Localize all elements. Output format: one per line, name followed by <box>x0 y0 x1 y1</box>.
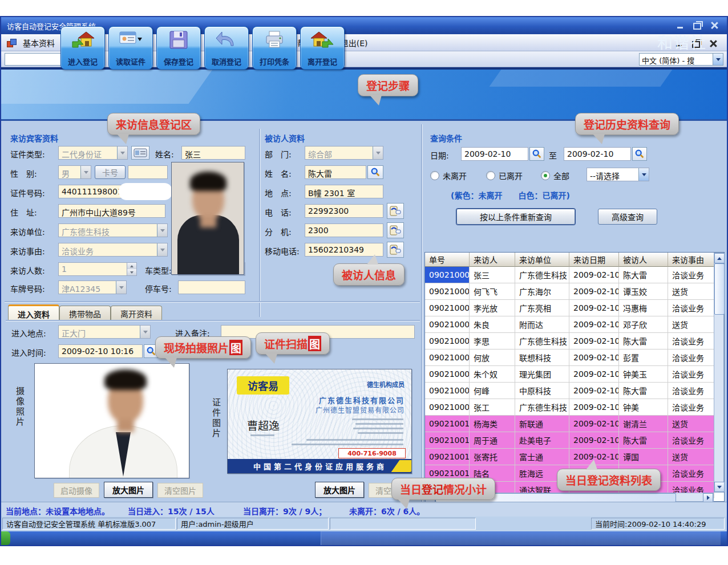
table-row[interactable]: 090210005李思广东德生科技2009-02-10陈大雷洽谈业务 <box>425 333 724 349</box>
entry-location-select[interactable]: 正大门 <box>58 325 151 339</box>
dial-phone-button[interactable] <box>387 203 404 219</box>
table-cell[interactable]: 090210008 <box>425 383 470 399</box>
parking-field[interactable] <box>178 281 245 294</box>
address-field[interactable]: 广州市中山大道89号 <box>58 204 165 218</box>
minimize-icon[interactable] <box>674 20 686 30</box>
table-cell[interactable]: 陈大雷 <box>619 383 668 399</box>
table-row[interactable]: 090210006何放联想科技2009-02-10彭置洽谈业务 <box>425 349 724 366</box>
radio-left[interactable]: 已离开 <box>486 170 523 181</box>
column-header-0[interactable]: 单号 <box>425 253 470 267</box>
table-row[interactable]: 090210003李光放广东亮相2009-02-10冯惠梅洽谈业务 <box>425 300 724 316</box>
table-cell[interactable]: 2009-02-10 <box>569 399 619 416</box>
table-cell[interactable]: 090210005 <box>425 333 470 349</box>
toolbar-button-enter-register[interactable]: 进入登记 <box>60 26 105 70</box>
table-cell[interactable]: 2009-02-10 <box>569 283 619 300</box>
table-cell[interactable]: 洽谈业务 <box>668 333 714 349</box>
column-header-3[interactable]: 来访日期 <box>569 253 619 267</box>
zoom-photo-button[interactable]: 放大图片 <box>104 482 153 498</box>
query-select-chevron-icon[interactable] <box>638 168 649 181</box>
dial-mobile-button[interactable] <box>387 242 404 258</box>
table-cell[interactable]: 广东德生科技 <box>515 399 569 416</box>
table-cell[interactable]: 赴美电子 <box>515 432 569 449</box>
table-cell[interactable]: 2009-02-10 <box>569 267 619 283</box>
table-cell[interactable]: 2009-02-10 <box>569 383 619 399</box>
visited-name-field[interactable]: 陈大雷 <box>305 165 366 179</box>
table-cell[interactable]: 送货 <box>668 449 714 465</box>
toolbar-button-leave-register[interactable]: 离开登记 <box>300 26 345 70</box>
table-row[interactable]: 090210012张寄托富士通2009-02-10谭国送货 <box>425 449 724 465</box>
tab-carried-items[interactable]: 携带物品 <box>59 306 111 320</box>
phone-field[interactable]: 22992300 <box>305 204 383 218</box>
table-row[interactable]: 090210010杨海类新联通2009-02-10谢清兰送货 <box>425 416 724 432</box>
table-row[interactable]: 090210011周于通赴美电子2009-02-10陈大雷洽谈业务 <box>425 432 724 449</box>
requery-button[interactable]: 按以上条件重新查询 <box>456 209 575 225</box>
table-cell[interactable]: 洽谈业务 <box>668 465 714 482</box>
advanced-query-button[interactable]: 高级查询 <box>598 209 657 225</box>
table-cell[interactable]: 2009-02-10 <box>569 349 619 366</box>
table-cell[interactable]: 090210012 <box>425 449 470 465</box>
table-cell[interactable]: 洽谈业务 <box>668 383 714 399</box>
entry-time-field[interactable]: 2009-02-10 10:16 <box>58 344 143 358</box>
table-cell[interactable]: 090210002 <box>425 283 470 300</box>
date-from-picker-button[interactable] <box>529 147 544 161</box>
card-number-field[interactable] <box>128 165 168 179</box>
visit-reason-select[interactable]: 洽谈业务 <box>58 243 168 257</box>
table-cell[interactable]: 杨海类 <box>470 416 515 432</box>
menu-item-0[interactable]: 基本资料 <box>23 39 55 48</box>
visitor-count-stepper[interactable]: 1 <box>58 262 137 276</box>
table-row[interactable]: 090210007朱个奴理光集团2009-02-10钟美玉洽谈业务 <box>425 366 724 383</box>
table-cell[interactable]: 090210004 <box>425 316 470 333</box>
card-number-button[interactable]: 卡号 <box>95 165 126 179</box>
toolbar-button-save-register[interactable]: 保存登记 <box>156 26 201 70</box>
table-cell[interactable]: 送货 <box>668 416 714 432</box>
language-chevron-down-icon[interactable] <box>713 54 723 65</box>
id-type-select[interactable]: 二代身份证 <box>58 146 128 160</box>
start-camera-button[interactable]: 启动摄像 <box>54 483 99 498</box>
scroll-down-icon[interactable] <box>714 482 725 492</box>
table-cell[interactable]: 何飞飞 <box>470 283 515 300</box>
table-cell[interactable]: 李思 <box>470 333 515 349</box>
table-cell[interactable]: 邓子欣 <box>619 316 668 333</box>
table-cell[interactable]: 彭置 <box>619 349 668 366</box>
visitor-name-field[interactable]: 张三 <box>181 146 245 160</box>
dept-select[interactable]: 综合部 <box>305 146 383 160</box>
column-header-5[interactable]: 来访事由 <box>668 253 714 267</box>
table-cell[interactable]: 洽谈业务 <box>668 349 714 366</box>
date-to-field[interactable]: 2009-02-10 <box>564 147 631 161</box>
scroll-up-icon[interactable] <box>714 253 725 263</box>
stepper-arrows-icon[interactable] <box>127 263 136 275</box>
table-row[interactable]: 090210009张工广东德生科技2009-02-10钟美洽谈业务 <box>425 399 724 416</box>
close-icon[interactable] <box>709 20 720 30</box>
mdi-close-icon[interactable] <box>707 38 719 48</box>
column-header-4[interactable]: 被访人 <box>619 253 668 267</box>
clear-photo-button[interactable]: 清空图片 <box>157 483 203 498</box>
table-cell[interactable]: 广东德生科技 <box>515 333 569 349</box>
table-cell[interactable]: 中原科技 <box>515 383 569 399</box>
table-cell[interactable]: 2009-02-10 <box>569 366 619 383</box>
table-cell[interactable]: 洽谈业务 <box>668 432 714 449</box>
scroll-right-icon[interactable] <box>703 493 713 502</box>
radio-not-left[interactable]: 未离开 <box>430 170 467 181</box>
column-header-2[interactable]: 来访单位 <box>515 253 569 267</box>
visit-company-select[interactable]: 广东德生科技 <box>58 223 168 237</box>
table-cell[interactable]: 朱个奴 <box>470 366 515 383</box>
table-cell[interactable]: 洽谈业务 <box>668 267 714 283</box>
table-cell[interactable]: 2009-02-10 <box>569 316 619 333</box>
gender-select[interactable]: 男 <box>58 165 91 179</box>
table-cell[interactable]: 新联通 <box>515 416 569 432</box>
location-field[interactable]: B幢 2301 室 <box>305 185 383 198</box>
table-cell[interactable]: 送货 <box>668 316 714 333</box>
table-cell[interactable]: 理光集团 <box>515 366 569 383</box>
table-cell[interactable]: 陈大雷 <box>619 333 668 349</box>
table-cell[interactable]: 2009-02-10 <box>569 300 619 316</box>
table-cell[interactable]: 李光放 <box>470 300 515 316</box>
toolbar-button-cancel-register[interactable]: 取消登记 <box>204 26 249 70</box>
table-cell[interactable]: 广东德生科技 <box>515 267 569 283</box>
table-cell[interactable]: 洽谈业务 <box>668 300 714 316</box>
table-cell[interactable]: 冯惠梅 <box>619 300 668 316</box>
table-cell[interactable]: 广东亮相 <box>515 300 569 316</box>
date-from-field[interactable]: 2009-02-10 <box>461 147 528 161</box>
table-cell[interactable]: 张工 <box>470 399 515 416</box>
table-cell[interactable]: 送货 <box>668 283 714 300</box>
search-person-button[interactable] <box>367 165 383 179</box>
